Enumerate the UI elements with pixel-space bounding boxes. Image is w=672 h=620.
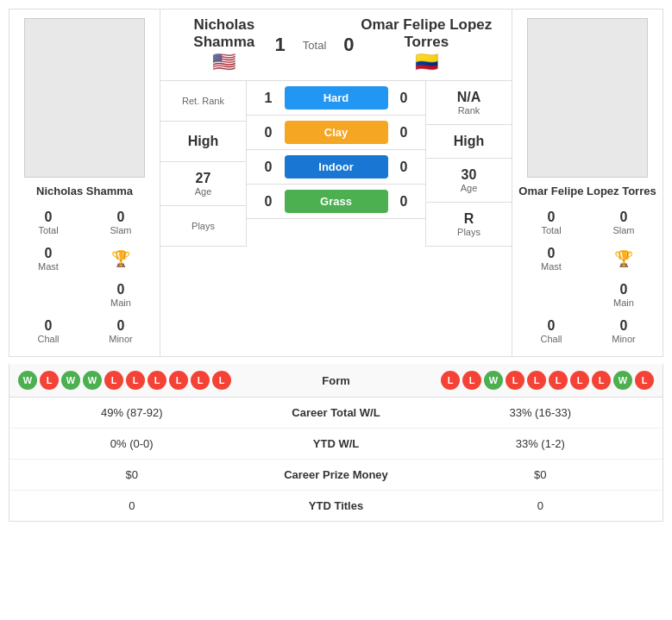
right-plays-stat: R Plays [426,203,512,247]
form-badge: L [527,371,546,390]
player2-main-value: 0 [620,282,628,297]
player1-stats: 0 Total 0 Slam 0 Mast 🏆 0 Main [14,206,155,348]
player1-total-label: Total [38,225,58,235]
player2-chall-value: 0 [548,318,556,334]
right-high-value: High [454,134,485,149]
right-age-value: 30 [462,167,477,183]
player1-name: Nicholas Shamma [36,185,133,197]
form-badge: L [441,371,460,390]
hard-button[interactable]: Hard [285,86,388,110]
right-rank-value: N/A [457,90,481,105]
surface-row-grass: 0 Grass 0 [247,185,425,219]
stats-row-right: 33% (16-33) [431,406,650,419]
form-badge: L [506,371,524,390]
right-stats-col: N/A Rank High 30 Age R Plays [425,81,512,247]
player2-slam-label: Slam [612,225,634,235]
grass-button[interactable]: Grass [285,190,388,213]
player2-mast-label: Mast [541,261,562,272]
left-high-value: High [188,134,219,149]
right-rank-stat: N/A Rank [426,81,512,125]
player1-minor-value: 0 [117,318,125,334]
player1-main-value: 0 [117,282,125,297]
player1-chall-stat: 0 Chall [14,315,83,348]
player2-chall-stat: 0 Chall [517,315,586,348]
form-badge: L [592,371,611,390]
form-badge: L [104,371,123,390]
hard-score1: 1 [260,91,277,106]
stats-row: 0% (0-0) YTD W/L 33% (1-2) [9,429,663,460]
player1-main-stat: 0 Main [86,279,155,311]
player2-card: Omar Felipe Lopez Torres 0 Total 0 Slam … [512,9,663,356]
player2-mast-stat: 0 Mast [517,242,586,275]
player1-mast-label: Mast [38,261,59,272]
player1-header: Nicholas Shamma 🇺🇸 [173,16,275,73]
player2-name: Omar Felipe Lopez Torres [518,185,656,197]
middle-section: Nicholas Shamma 🇺🇸 1 Total 0 Omar Felipe… [160,9,512,356]
player2-mast-value: 0 [548,246,556,261]
clay-score2: 0 [395,125,412,141]
right-plays-value: R [464,211,474,227]
left-age-stat: 27 Age [160,162,246,206]
player2-form-badges: LLWLLLLLWL [441,371,654,390]
right-high-stat: High [426,125,512,159]
left-age-label: Age [195,186,212,197]
stats-row-right: $0 [431,468,650,481]
right-age-stat: 30 Age [426,159,512,203]
left-age-value: 27 [196,171,211,186]
player1-total-value: 0 [45,210,53,225]
surface-rows: 1 Hard 0 0 Clay 0 0 Indoor 0 [247,81,425,247]
main-container: Nicholas Shamma 0 Total 0 Slam 0 Mast 🏆 [0,0,672,530]
player1-slam-label: Slam [110,225,131,235]
form-badge: L [462,371,481,390]
player2-minor-label: Minor [612,334,636,344]
top-section: Nicholas Shamma 0 Total 0 Slam 0 Mast 🏆 [9,9,663,357]
player1-photo [24,18,145,178]
left-plays-label: Plays [192,221,215,231]
indoor-score1: 0 [260,160,277,175]
player2-chall-label: Chall [540,334,562,344]
player1-minor-stat: 0 Minor [86,315,155,348]
player2-slam-value: 0 [620,210,628,225]
stats-row-label: YTD Titles [242,499,431,512]
player1-mast-value: 0 [45,246,53,261]
grass-score1: 0 [260,194,277,210]
trophy-icon-2: 🏆 [614,249,633,268]
player1-form-badges: WLWWLLLLLL [18,371,231,390]
form-badge: L [169,371,188,390]
stats-row-label: Career Prize Money [242,468,431,481]
player2-minor-stat: 0 Minor [589,315,658,348]
player1-flag: 🇺🇸 [212,51,236,73]
left-high-stat: High [160,122,246,162]
player1-minor-label: Minor [109,334,133,344]
player1-mast-stat: 0 Mast [14,242,83,275]
player1-score: 1 [275,34,286,56]
form-badge: W [83,371,102,390]
stats-row-left: 0 [22,499,242,512]
career-stats-section: 49% (87-92) Career Total W/L 33% (16-33)… [9,398,663,522]
form-badge: L [126,371,145,390]
indoor-button[interactable]: Indoor [285,155,388,178]
form-badge: L [191,371,210,390]
header-row: Nicholas Shamma 🇺🇸 1 Total 0 Omar Felipe… [160,9,512,81]
player2-total-stat: 0 Total [517,206,586,239]
surfaces-section: Ret. Rank High 27 Age Plays [160,81,512,247]
surface-row-clay: 0 Clay 0 [247,116,425,150]
form-section: WLWWLLLLLL Form LLWLLLLLWL [9,364,663,398]
right-rank-label: Rank [458,105,480,116]
form-badge: L [570,371,589,390]
left-plays-stat: Plays [160,206,246,247]
stats-row: $0 Career Prize Money $0 [9,460,663,491]
stats-row-left: 49% (87-92) [22,406,242,419]
player2-minor-value: 0 [620,318,628,334]
player2-total-value: 0 [548,210,556,225]
player2-trophy: 🏆 [589,242,658,275]
player1-chall-value: 0 [45,318,53,334]
player2-photo [527,18,648,178]
surface-row-hard: 1 Hard 0 [247,81,425,116]
player1-card: Nicholas Shamma 0 Total 0 Slam 0 Mast 🏆 [9,9,160,356]
left-rank-label: Ret. Rank [182,96,224,106]
clay-button[interactable]: Clay [285,121,388,144]
hard-score2: 0 [395,91,412,106]
player2-score: 0 [343,34,354,56]
form-badge: W [61,371,80,390]
